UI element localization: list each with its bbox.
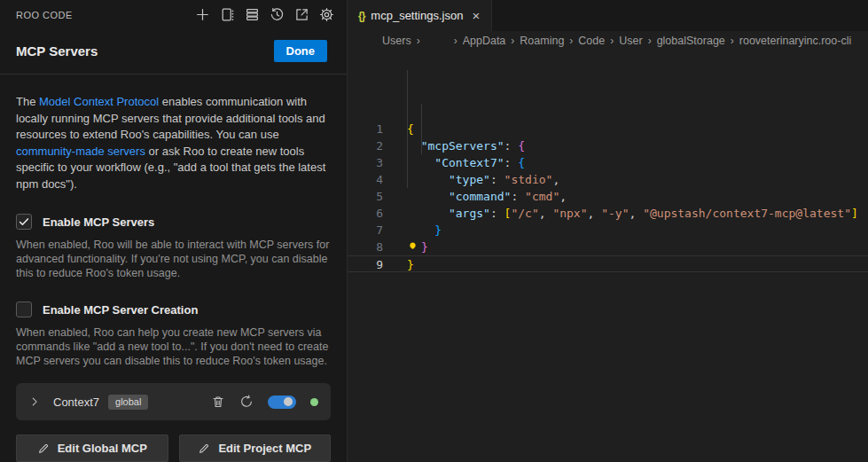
code-token <box>407 173 449 186</box>
breadcrumb: Users››AppData›Roaming›Code›User›globalS… <box>348 31 868 51</box>
plus-icon[interactable] <box>195 7 210 22</box>
line-content: { <box>383 121 414 137</box>
extension-header: ROO CODE <box>0 0 347 29</box>
code-line: 4 "type": "stdio", <box>348 171 868 188</box>
line-content: "command": "cmd", <box>383 188 567 205</box>
json-file-icon: {} <box>358 10 364 22</box>
line-content: } <box>383 256 414 271</box>
code-token: , <box>552 173 559 186</box>
server-scope-badge: global <box>108 395 148 410</box>
breadcrumb-separator-icon: › <box>610 35 614 47</box>
code-line: 8} <box>348 239 868 255</box>
page-title: MCP Servers <box>16 43 98 59</box>
code-token: "/c" <box>511 207 538 220</box>
line-number: 7 <box>348 222 383 239</box>
breadcrumb-separator-icon: › <box>648 35 652 47</box>
check-icon <box>18 215 30 228</box>
enable-mcp-servers-checkbox[interactable] <box>16 214 32 230</box>
code-token: "type" <box>449 173 490 186</box>
code-token: : <box>490 173 504 186</box>
breadcrumb-separator-icon: › <box>417 35 420 47</box>
enable-mcp-creation-checkbox[interactable] <box>16 301 32 317</box>
line-number: 4 <box>348 171 383 188</box>
done-button[interactable]: Done <box>274 40 328 62</box>
edit-global-mcp-button[interactable]: Edit Global MCP <box>16 435 168 462</box>
trash-icon[interactable] <box>211 395 225 409</box>
breadcrumb-item[interactable]: globalStorage <box>657 35 725 47</box>
code-editor[interactable]: 1{2 "mcpServers": {3 "Context7": {4 "typ… <box>348 51 868 462</box>
code-token: , <box>559 190 567 203</box>
line-number: 8 <box>348 239 383 255</box>
enable-mcp-creation-label: Enable MCP Server Creation <box>43 303 198 317</box>
line-number: 3 <box>348 154 383 171</box>
code-token: : <box>504 139 519 153</box>
code-line: 3 "Context7": { <box>348 154 868 171</box>
code-token: "mcpServers" <box>421 139 504 153</box>
intro-text-part: The <box>16 95 39 108</box>
mcp-settings-panel: ROO CODE MCP Servers Done The Model Cont… <box>0 0 348 462</box>
settings-gear-icon[interactable] <box>319 7 334 22</box>
pencil-icon <box>37 442 50 455</box>
code-token: "stdio" <box>504 173 553 186</box>
mcp-servers-icon[interactable] <box>245 7 260 22</box>
breadcrumb-item[interactable]: rooveterinaryinc.roo-cli <box>739 35 851 47</box>
code-token: "npx" <box>552 207 587 220</box>
code-token: } <box>421 240 428 254</box>
chevron-right-icon[interactable] <box>28 395 41 408</box>
line-content: "mcpServers": { <box>383 137 525 154</box>
code-token <box>407 223 434 237</box>
server-enabled-toggle[interactable] <box>268 395 296 409</box>
breadcrumb-separator-icon: › <box>569 35 573 47</box>
code-line: 5 "command": "cmd", <box>348 188 868 205</box>
enable-mcp-servers-label: Enable MCP Servers <box>43 215 154 229</box>
panel-titlebar: MCP Servers Done <box>0 29 347 74</box>
enable-mcp-servers-row: Enable MCP Servers <box>16 214 331 230</box>
code-token: { <box>407 122 414 136</box>
tab-mcp-settings-json[interactable]: {} mcp_settings.json × <box>348 0 492 31</box>
code-token: { <box>518 156 525 169</box>
code-token <box>407 139 421 153</box>
tab-close-icon[interactable]: × <box>469 7 482 24</box>
breadcrumb-item[interactable]: User <box>619 35 642 47</box>
breadcrumb-item[interactable]: Users <box>382 35 411 47</box>
code-token: { <box>518 139 525 153</box>
server-actions <box>211 395 318 409</box>
code-token: , <box>629 207 644 220</box>
code-line: 1{ <box>348 121 868 137</box>
code-token: } <box>434 223 442 237</box>
line-number: 1 <box>348 121 383 137</box>
edit-project-mcp-button[interactable]: Edit Project MCP <box>179 435 332 462</box>
history-icon[interactable] <box>270 7 285 22</box>
code-line: 7 } <box>348 222 868 239</box>
code-token: ] <box>851 207 858 220</box>
enable-mcp-creation-row: Enable MCP Server Creation <box>16 301 331 317</box>
intro-link[interactable]: Model Context Protocol <box>39 95 159 108</box>
extension-title: ROO CODE <box>16 10 73 20</box>
code-token: "command" <box>449 190 511 203</box>
code-token: "Context7" <box>434 156 504 169</box>
line-number: 2 <box>348 137 383 154</box>
restart-icon[interactable] <box>239 395 254 409</box>
popout-icon[interactable] <box>294 7 309 22</box>
line-content: } <box>383 239 428 255</box>
breadcrumb-item[interactable]: AppData <box>463 35 506 47</box>
edit-project-mcp-label: Edit Project MCP <box>218 442 311 455</box>
line-number: 9 <box>348 256 383 271</box>
edit-actions: Edit Global MCP Edit Project MCP <box>16 435 331 462</box>
code-token: "-y" <box>601 207 629 220</box>
line-number: 5 <box>348 188 383 205</box>
mcp-server-row: Context7 global <box>16 383 331 420</box>
code-token: "@upstash/context7-mcp@latest" <box>643 207 851 220</box>
code-token: : <box>504 156 519 169</box>
intro-link[interactable]: community-made servers <box>16 145 145 158</box>
code-token: , <box>588 207 602 220</box>
line-number: 6 <box>348 205 383 222</box>
panel-body: The Model Context Protocol enables commu… <box>0 74 347 462</box>
code-token: "cmd" <box>525 190 559 203</box>
breadcrumb-separator-icon: › <box>454 35 457 47</box>
code-token: : <box>490 207 504 220</box>
code-line: 9} <box>348 255 868 272</box>
breadcrumb-item[interactable]: Code <box>578 35 605 47</box>
breadcrumb-item[interactable]: Roaming <box>520 35 564 47</box>
prompts-icon[interactable] <box>220 7 235 22</box>
